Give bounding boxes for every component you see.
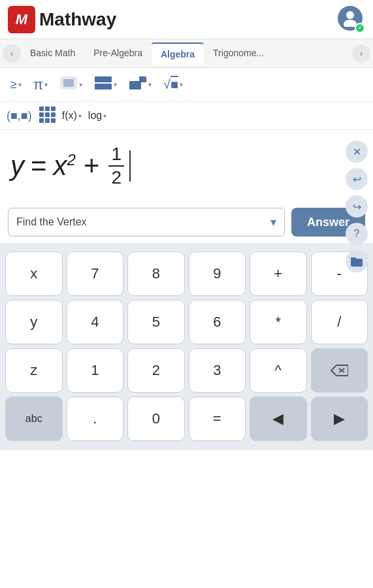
pi-symbol: π — [33, 76, 43, 93]
action-row: Find the Vertex ▾ Answer — [0, 201, 373, 244]
toolbar-row2: (■,■) f(x) ▾ log ▾ — [0, 102, 373, 130]
y-var: y — [10, 150, 24, 182]
nav-item-pre-algebra[interactable]: Pre-Algebra — [84, 42, 152, 65]
logo-text: Mathway — [39, 9, 116, 30]
key-1[interactable]: 1 — [67, 348, 124, 393]
svg-rect-13 — [51, 112, 56, 117]
toolbar-btn-log[interactable]: log ▾ — [88, 110, 106, 122]
key-2[interactable]: 2 — [127, 348, 185, 393]
svg-rect-6 — [129, 81, 141, 90]
fraction-half: 1 2 — [108, 143, 124, 188]
key-plus[interactable]: + — [250, 252, 307, 296]
fraction-arrow: ▾ — [114, 81, 117, 88]
sqrt-arrow: ▾ — [180, 81, 183, 88]
keyboard-area: x 7 8 9 + - y 4 5 6 * / z 1 2 3 ^ abc . … — [0, 244, 373, 450]
key-abc[interactable]: abc — [5, 397, 63, 441]
keyboard-row-1: x 7 8 9 + - — [5, 252, 368, 296]
svg-rect-7 — [139, 76, 146, 82]
nav-items: Basic Math Pre-Algebra Algebra Trigonome… — [21, 42, 352, 65]
key-divide[interactable]: / — [311, 300, 368, 344]
matrix-symbol — [39, 106, 56, 125]
nav-item-basic-math[interactable]: Basic Math — [21, 42, 84, 65]
power-arrow: ▾ — [148, 81, 152, 88]
dropdown-arrow-icon: ▾ — [270, 215, 276, 229]
math-input-area[interactable]: y = x2 + 1 2 ✕ ↩ ↪ ? — [0, 130, 373, 201]
problem-type-dropdown[interactable]: Find the Vertex ▾ — [8, 208, 285, 237]
text-cursor — [129, 150, 131, 182]
key-equals[interactable]: = — [189, 397, 246, 441]
svg-rect-5 — [95, 84, 112, 90]
toolbar-btn-sqrt[interactable]: √■ ▾ — [159, 74, 187, 95]
svg-rect-15 — [45, 118, 50, 123]
plus-sign: + — [84, 150, 100, 182]
x-squared: x2 — [54, 150, 76, 182]
gte-arrow: ▾ — [18, 81, 22, 88]
denominator: 2 — [108, 167, 124, 189]
app-header: M Mathway ✓ — [0, 0, 373, 39]
key-3[interactable]: 3 — [189, 348, 246, 393]
paren-arrow: ▾ — [79, 81, 82, 88]
dropdown-value: Find the Vertex — [16, 216, 87, 228]
nav-left-arrow[interactable]: ‹ — [3, 44, 21, 63]
power-symbol — [129, 76, 147, 93]
logo-icon: M — [8, 6, 35, 33]
toolbar-btn-power[interactable]: ▾ — [125, 73, 155, 96]
svg-rect-14 — [39, 118, 44, 123]
svg-marker-19 — [331, 365, 348, 376]
fx-arrow: ▾ — [78, 112, 82, 120]
key-backspace[interactable] — [311, 348, 368, 393]
key-caret[interactable]: ^ — [250, 348, 307, 393]
key-right-arrow[interactable]: ▶ — [311, 397, 368, 441]
gte-symbol: ≥ — [10, 78, 17, 91]
log-arrow: ▾ — [103, 112, 106, 120]
nav-item-trigonometry[interactable]: Trigonome... — [204, 42, 273, 65]
toolbar-btn-paren[interactable]: ▾ — [56, 73, 86, 96]
key-0[interactable]: 0 — [127, 397, 185, 441]
key-8[interactable]: 8 — [127, 252, 185, 296]
toolbar-btn-pi[interactable]: π ▾ — [29, 74, 52, 96]
key-y[interactable]: y — [5, 300, 63, 344]
redo-button[interactable]: ↪ — [346, 195, 368, 218]
log-symbol: log — [88, 110, 102, 122]
key-9[interactable]: 9 — [189, 252, 246, 296]
key-7[interactable]: 7 — [67, 252, 124, 296]
svg-rect-12 — [45, 112, 50, 117]
svg-rect-8 — [39, 106, 44, 111]
paren-symbol — [59, 76, 78, 93]
toolbar-btn-gte[interactable]: ≥ ▾ — [7, 75, 25, 94]
key-5[interactable]: 5 — [127, 300, 185, 344]
key-multiply[interactable]: * — [250, 300, 307, 344]
toolbar-btn-fx[interactable]: f(x) ▾ — [62, 110, 82, 122]
svg-rect-4 — [95, 76, 112, 82]
fx-symbol: f(x) — [62, 110, 77, 122]
math-expression: y = x2 + 1 2 — [10, 143, 131, 188]
side-controls: ✕ ↩ ↪ ? — [346, 140, 368, 272]
user-avatar[interactable]: ✓ — [338, 6, 365, 33]
interval-symbol: (■,■) — [7, 109, 32, 123]
help-button[interactable]: ? — [346, 223, 368, 245]
svg-rect-10 — [51, 106, 56, 111]
backspace-icon — [330, 364, 348, 377]
key-4[interactable]: 4 — [67, 300, 124, 344]
person-icon — [343, 10, 357, 27]
toolbar-btn-matrix[interactable] — [39, 106, 56, 125]
keyboard-row-2: y 4 5 6 * / — [5, 300, 368, 344]
key-z[interactable]: z — [5, 348, 63, 393]
key-x[interactable]: x — [5, 252, 63, 296]
undo-button[interactable]: ↩ — [346, 168, 368, 190]
key-dot[interactable]: . — [67, 397, 124, 441]
key-6[interactable]: 6 — [189, 300, 246, 344]
equals-sign: = — [31, 150, 47, 182]
nav-item-algebra[interactable]: Algebra — [152, 42, 204, 65]
pi-arrow: ▾ — [44, 81, 48, 88]
clear-button[interactable]: ✕ — [346, 140, 368, 163]
folder-button[interactable] — [346, 250, 368, 272]
keyboard-row-4: abc . 0 = ◀ ▶ — [5, 397, 368, 441]
svg-rect-16 — [51, 118, 56, 123]
keyboard-row-3: z 1 2 3 ^ — [5, 348, 368, 393]
toolbar-btn-interval[interactable]: (■,■) — [7, 109, 32, 123]
nav-right-arrow[interactable]: › — [352, 44, 370, 63]
key-left-arrow[interactable]: ◀ — [250, 397, 307, 441]
numerator: 1 — [108, 143, 124, 167]
toolbar-btn-fraction[interactable]: ▾ — [90, 73, 121, 96]
